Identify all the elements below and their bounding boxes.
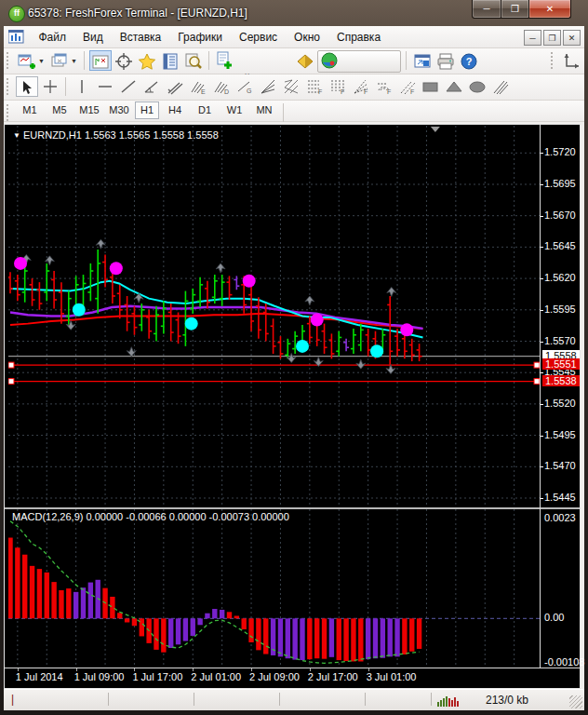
standard-toolbar: ▼▼Новый ОрдерАвто-торговля? — [4, 48, 584, 74]
window-title: 65378: FreshForex Terminal - [EURNZD,H1] — [28, 7, 247, 20]
gann-grid-tool[interactable] — [280, 76, 302, 97]
svg-text:F: F — [318, 88, 322, 95]
new-order-button[interactable]: Новый Ордер — [214, 50, 292, 71]
svg-text:E: E — [201, 88, 206, 95]
current-price-box: 1.5551 — [542, 358, 580, 370]
gann-fan-tool[interactable] — [257, 76, 279, 97]
ellipse-tool[interactable] — [466, 76, 488, 97]
symbol-text: EURNZD,H1 — [23, 129, 82, 141]
minimize-button[interactable]: ─ — [472, 0, 501, 19]
print-button[interactable] — [434, 50, 457, 71]
menu-файл[interactable]: Файл — [30, 26, 74, 44]
macd-plot — [8, 509, 540, 668]
timeframe-d1[interactable]: D1 — [191, 101, 219, 119]
chart-shift-button[interactable] — [89, 50, 112, 71]
vertical-line-tool[interactable] — [71, 76, 93, 97]
andrews-pitchfork-tool[interactable] — [489, 76, 512, 97]
time-axis-label: 1 Jul 2014 — [16, 671, 63, 682]
favorites-button[interactable] — [136, 50, 158, 71]
price-axis-label: 1.5595 — [544, 304, 576, 315]
timeframe-h4[interactable]: H4 — [161, 101, 189, 119]
price-axis-label: 1.5695 — [544, 178, 576, 189]
price-axis-label: 1.5570 — [544, 335, 576, 346]
crosshair-tool-tool[interactable] — [39, 76, 61, 97]
help-button[interactable]: ? — [458, 50, 480, 71]
main-chart-plot — [8, 126, 540, 507]
application-window: ff 65378: FreshForex Terminal - [EURNZD,… — [0, 0, 588, 715]
time-axis-label: 3 Jul 01:00 — [367, 671, 417, 682]
fibo-d-tool[interactable]: D — [210, 76, 233, 97]
menu-справка[interactable]: Справка — [328, 26, 389, 44]
terminal-button[interactable] — [411, 50, 434, 71]
menu-вид[interactable]: Вид — [74, 26, 112, 44]
trendline-tool[interactable] — [117, 76, 140, 97]
fibo-retracement-tool[interactable]: F — [303, 76, 326, 97]
time-axis-label: 2 Jul 09:00 — [249, 671, 300, 682]
svg-text:F: F — [410, 88, 414, 95]
title-bar[interactable]: ff 65378: FreshForex Terminal - [EURNZD,… — [0, 0, 588, 26]
ohlc-values: 1.5563 1.5565 1.5558 1.5558 — [85, 129, 219, 141]
svg-text:F: F — [387, 88, 391, 95]
mdi-close-button[interactable]: ✕ — [563, 30, 581, 46]
menu-сервис[interactable]: Сервис — [231, 26, 286, 44]
maximize-button[interactable]: ❐ — [501, 0, 528, 19]
menu-bar: ФайлВидВставкаГрафикиСервисОкноСправка ─… — [4, 26, 584, 48]
axis-setup-button[interactable] — [560, 50, 582, 71]
timeframe-m30[interactable]: M30 — [105, 101, 133, 119]
data-window-button[interactable] — [182, 50, 205, 71]
timeframe-w1[interactable]: W1 — [220, 101, 248, 119]
mdi-restore-button[interactable]: ❐ — [543, 30, 561, 46]
menu-вставка[interactable]: Вставка — [112, 26, 170, 44]
chart-window-icon — [8, 30, 24, 44]
trend-angle-tool[interactable] — [140, 76, 163, 97]
price-axis-label: 1.5670 — [544, 209, 576, 221]
triangle-tool[interactable] — [443, 76, 465, 97]
svg-text:D: D — [224, 88, 229, 95]
horizontal-line-tool[interactable] — [94, 76, 116, 97]
macd-scale-label: -0.00108 — [544, 656, 584, 668]
timeframe-h1[interactable]: H1 — [135, 101, 159, 119]
cursor-tool[interactable] — [16, 76, 38, 97]
svg-text:G: G — [247, 88, 251, 94]
svg-text:F: F — [364, 88, 368, 95]
fibo-expansion-tool[interactable]: E — [187, 76, 209, 97]
time-axis-label: 2 Jul 17:00 — [308, 671, 358, 682]
time-axis-label: 2 Jul 01:00 — [191, 671, 241, 682]
new-chart-button[interactable] — [16, 50, 38, 71]
gann-line-tool[interactable]: G — [234, 76, 256, 97]
autotrading-button[interactable]: Авто-торговля — [317, 50, 400, 73]
price-axis-label: 1.5720 — [544, 146, 576, 157]
menu-окно[interactable]: Окно — [286, 26, 328, 44]
timeframe-m5[interactable]: M5 — [46, 101, 74, 119]
status-marker: | — [11, 693, 14, 706]
price-axis-label: 1.5445 — [544, 492, 576, 503]
sounds-button[interactable] — [294, 50, 316, 71]
window-splitter[interactable] — [5, 507, 580, 509]
timeframe-m15[interactable]: M15 — [75, 101, 103, 119]
fibo-arcs-tool[interactable]: F — [373, 76, 395, 97]
profiles-button[interactable] — [48, 50, 71, 71]
symbols-list-button[interactable] — [159, 50, 181, 71]
fibo-timezones-tool[interactable]: F — [327, 76, 349, 97]
fibo-fan-tool[interactable]: F — [350, 76, 372, 97]
svg-text:F: F — [341, 88, 344, 95]
collapse-arrow-icon[interactable]: ▼ — [13, 131, 20, 140]
time-axis-label: 1 Jul 09:00 — [74, 671, 125, 682]
connection-status-icon — [437, 694, 461, 707]
timeframe-m1[interactable]: M1 — [16, 101, 44, 119]
app-icon: ff — [8, 6, 25, 22]
mdi-minimize-button[interactable]: ─ — [524, 30, 541, 46]
svg-text:?: ? — [465, 56, 472, 67]
crosshair-button[interactable] — [113, 50, 135, 71]
resize-grip[interactable] — [569, 695, 582, 708]
rectangle-tool[interactable] — [420, 76, 442, 97]
fibo-channel-tool[interactable]: F — [396, 76, 419, 97]
timeframe-mn[interactable]: MN — [250, 101, 278, 119]
macd-indicator-label: MACD(12,26,9) 0.00000 -0.00066 0.00000 -… — [12, 511, 289, 522]
price-axis-label: 1.5620 — [544, 272, 576, 283]
time-axis-label: 1 Jul 17:00 — [132, 671, 182, 682]
close-button[interactable]: ✕ — [528, 0, 571, 19]
menu-графики[interactable]: Графики — [169, 26, 231, 44]
equidistant-channel-tool[interactable] — [164, 76, 186, 97]
line-studies-toolbar: EDGFFFFF — [4, 74, 584, 101]
